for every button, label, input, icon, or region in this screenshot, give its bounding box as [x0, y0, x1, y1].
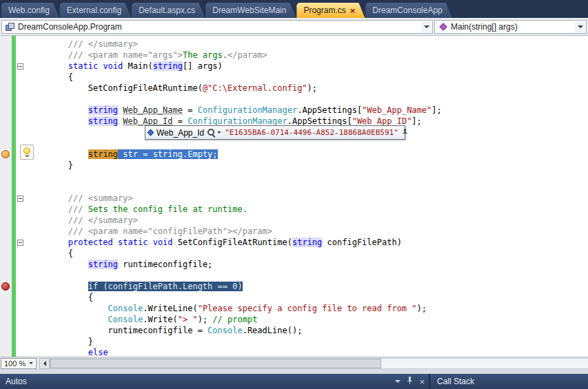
tab-web-config[interactable]: Web.config [1, 3, 59, 18]
pin-icon[interactable] [407, 377, 413, 386]
code-token: Console [108, 315, 143, 324]
call-stack-panel-header[interactable]: Call Stack [430, 374, 588, 389]
code-token [28, 61, 68, 71]
code-line[interactable]: { [0, 248, 588, 259]
code-editor: /// </summary> /// <param name="args">Th… [0, 36, 588, 357]
code-line[interactable] [0, 171, 588, 182]
code-line[interactable]: } [0, 160, 588, 171]
tab-dreamconsoleapp[interactable]: DreamConsoleApp [365, 3, 452, 18]
code-line[interactable]: SetConfigFileAtRuntime(@"C:\External.con… [0, 83, 588, 94]
code-line[interactable]: string str = string.Empty; [0, 149, 588, 160]
code-token: /// <param name="args"> [28, 50, 183, 60]
chevron-down-icon[interactable] [575, 21, 585, 32]
code-line[interactable]: runtimeconfigfile = Console.ReadLine(); [0, 325, 588, 336]
tab-external-config[interactable]: External.config [60, 3, 131, 18]
code-token: Web_App_Name [123, 105, 183, 115]
code-line[interactable]: /// <param name="args">The args.</param> [0, 50, 588, 61]
chevron-down-icon[interactable] [27, 359, 35, 368]
code-token: "Web_App_ID" [352, 116, 412, 126]
tab-label: DreamWebSiteMain [212, 6, 286, 15]
code-token: static [68, 61, 98, 71]
member-selector-dropdown[interactable]: Main(string[] args) [434, 20, 587, 34]
code-token: static [118, 238, 148, 247]
outline-collapse-icon[interactable] [17, 63, 23, 70]
code-token: ); [198, 315, 207, 324]
code-line[interactable]: /// <param name="configFilePath"></param… [0, 226, 588, 237]
debugger-datatip[interactable]: Web_App_Id "E1635BA6-0714-4496-A852-1886… [145, 125, 405, 140]
code-token: protected [68, 238, 113, 247]
autos-panel-header[interactable]: Autos × [0, 374, 429, 389]
code-token: runtimeconfigfile = [28, 326, 207, 335]
type-selector-value: DreamConsoleApp.Program [18, 22, 122, 32]
code-token [28, 315, 108, 324]
code-line[interactable]: /// </summary> [0, 39, 588, 50]
window-divider [0, 369, 588, 374]
outline-collapse-icon[interactable] [17, 196, 23, 202]
tab-label: Program.cs [303, 6, 345, 15]
code-token [28, 105, 88, 115]
code-token: SetConfigFileAtRuntime( [28, 83, 203, 93]
close-icon[interactable]: × [419, 377, 425, 386]
datatip-value: "E1635BA6-0714-4496-A852-18868A0EB591" [225, 128, 398, 137]
member-selector-value: Main(string[] args) [451, 22, 518, 32]
breakpoint-icon[interactable] [1, 282, 10, 291]
zoom-selector[interactable]: 100 % [1, 358, 37, 369]
vs-window: Web.configExternal.configDefault.aspx.cs… [0, 0, 588, 389]
field-icon [148, 129, 154, 136]
code-line[interactable]: /// Sets the config file at runtime. [0, 204, 588, 215]
code-line[interactable] [0, 270, 588, 281]
code-line[interactable]: protected static void SetConfigFileAtRun… [0, 237, 588, 248]
code-line[interactable]: { [0, 72, 588, 83]
code-token: = [173, 116, 188, 126]
tab-dreamwebsitemain[interactable]: DreamWebSiteMain [205, 3, 296, 18]
tab-label: External.config [67, 6, 121, 15]
code-token: .AppSettings[ [287, 116, 352, 126]
code-token: Web_App_Id [123, 116, 172, 126]
code-token: configFilePath) [322, 238, 402, 247]
scroll-left-button[interactable] [39, 358, 50, 369]
code-line[interactable] [0, 94, 588, 105]
tab-program-cs[interactable]: Program.cs× [296, 3, 365, 18]
pin-icon[interactable] [402, 129, 408, 136]
chevron-down-icon[interactable] [421, 21, 432, 32]
code-token: </param> [227, 50, 267, 60]
code-token: /// </summary> [28, 215, 138, 225]
code-token: /// <summary> [28, 193, 133, 203]
code-line[interactable]: string Web_App_Name = ConfigurationManag… [0, 105, 588, 116]
code-line[interactable]: Console.WriteLine("Please specify a conf… [0, 303, 588, 314]
code-token: @"C:\External.config" [203, 83, 307, 93]
call-stack-panel-title: Call Stack [437, 377, 474, 386]
tracepoint-icon[interactable] [1, 150, 10, 158]
editor-bottom-bar: 100 % [0, 357, 588, 369]
window-position-icon[interactable] [395, 380, 401, 383]
code-line[interactable]: string runtimeconfigfile; [0, 259, 588, 270]
code-line[interactable]: Console.Write("> "); // prompt [0, 314, 588, 325]
code-line[interactable]: else [0, 347, 588, 357]
code-line[interactable]: /// <summary> [0, 193, 588, 204]
code-line[interactable]: } [0, 336, 588, 347]
scrollbar-thumb[interactable] [50, 359, 381, 368]
code-line[interactable] [0, 182, 588, 193]
code-token: SetConfigFileAtRuntime( [173, 238, 292, 247]
type-selector-dropdown[interactable]: DreamConsoleApp.Program [1, 20, 433, 34]
code-line[interactable]: /// </summary> [0, 215, 588, 226]
code-token: ConfigurationManager [198, 105, 298, 115]
code-lines: /// </summary> /// <param name="args">Th… [0, 39, 588, 357]
code-token [28, 282, 88, 291]
code-line[interactable]: static void Main(string[] args) [0, 61, 588, 72]
code-token [28, 116, 88, 126]
code-token: .AppSettings[ [297, 105, 362, 115]
outline-collapse-icon[interactable] [17, 240, 23, 246]
code-line[interactable]: { [0, 292, 588, 303]
close-icon[interactable]: × [350, 6, 356, 15]
arrow-left-icon [43, 361, 46, 366]
code-token [28, 304, 108, 313]
tab-default-aspx-cs[interactable]: Default.aspx.cs [132, 3, 205, 18]
magnifier-icon[interactable] [207, 129, 221, 137]
code-token: Sets the config file at runtime. [88, 204, 247, 214]
tab-label: Web.config [8, 6, 50, 15]
smart-tag-box[interactable] [20, 145, 34, 160]
horizontal-scrollbar[interactable] [50, 358, 588, 369]
code-line[interactable]: if (configFilePath.Length == 0) [0, 281, 588, 292]
code-token: .WriteLine( [143, 304, 197, 313]
